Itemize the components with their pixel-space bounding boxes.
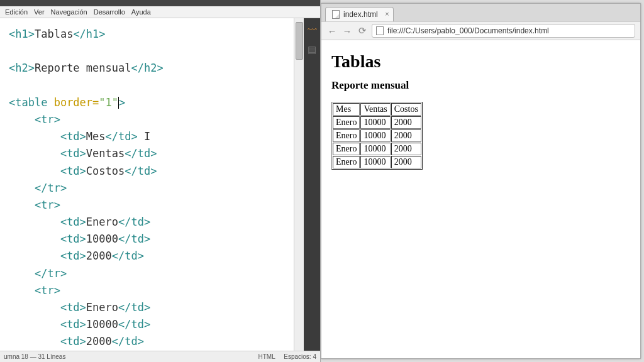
table-header-cell: Mes [333,103,360,116]
data-table: Mes Ventas Costos Enero 10000 2000 Enero… [331,102,423,170]
menu-ver[interactable]: Ver [34,8,45,16]
file-icon [332,10,340,19]
page-heading-1: Tablas [331,52,630,72]
reload-button[interactable]: ⟳ [357,25,368,36]
wave-icon[interactable]: 〰 [308,25,317,35]
editor-side-toolbar: 〰 ▤ [304,18,320,351]
table-cell: 10000 [360,116,390,129]
back-button[interactable]: ← [326,26,338,36]
table-cell: Enero [333,116,360,129]
editor-titlebar [0,0,320,6]
editor-menubar: Edición Ver Navegación Desarrollo Ayuda [0,6,320,18]
browser-tab[interactable]: index.html × [325,7,394,21]
table-cell: 10000 [360,143,390,155]
table-cell: 10000 [360,156,390,168]
browser-toolbar: ← → ⟳ file:///C:/Users/pablo_000/Documen… [321,21,640,40]
menu-edicion[interactable]: Edición [5,8,28,16]
table-cell: Enero [333,143,360,155]
page-heading-2: Reporte mensual [331,79,630,92]
table-row: Enero 10000 2000 [333,129,421,142]
scroll-thumb[interactable] [296,22,303,60]
film-icon[interactable]: ▤ [308,44,316,55]
table-header-cell: Costos [391,103,421,116]
address-text: file:///C:/Users/pablo_000/Documents/ind… [387,26,549,35]
table-cell: 2000 [391,143,421,155]
status-language[interactable]: HTML [258,353,275,360]
menu-desarrollo[interactable]: Desarrollo [94,8,125,16]
browser-tabstrip: index.html × [321,4,640,21]
status-spaces[interactable]: Espacios: 4 [284,353,316,360]
table-cell: 2000 [391,156,421,168]
code-area[interactable]: <h1>Tablas</h1> <h2>Reporte mensual</h2>… [0,18,294,351]
code-editor-window: Edición Ver Navegación Desarrollo Ayuda … [0,0,321,362]
editor-statusbar: umna 18 — 31 Líneas HTML Espacios: 4 [0,351,320,362]
table-row: Mes Ventas Costos [333,103,421,116]
table-row: Enero 10000 2000 [333,116,421,129]
menu-navegacion[interactable]: Navegación [51,8,87,16]
document-icon [376,26,384,35]
forward-button[interactable]: → [341,26,353,36]
browser-window: index.html × ← → ⟳ file:///C:/Users/pabl… [321,3,641,359]
address-bar[interactable]: file:///C:/Users/pablo_000/Documents/ind… [372,24,635,38]
table-cell: Enero [333,129,360,142]
table-cell: 2000 [391,129,421,142]
table-cell: Enero [333,156,360,168]
table-cell: 10000 [360,129,390,142]
tab-close-icon[interactable]: × [385,10,389,18]
status-position: umna 18 — 31 Líneas [4,353,65,360]
table-row: Enero 10000 2000 [333,156,421,168]
table-header-cell: Ventas [360,103,390,116]
rendered-page: Tablas Reporte mensual Mes Ventas Costos… [321,40,640,358]
table-cell: 2000 [391,116,421,129]
menu-ayuda[interactable]: Ayuda [131,8,151,16]
editor-scrollbar[interactable] [294,18,304,351]
tab-title: index.html [343,10,378,19]
table-row: Enero 10000 2000 [333,143,421,155]
